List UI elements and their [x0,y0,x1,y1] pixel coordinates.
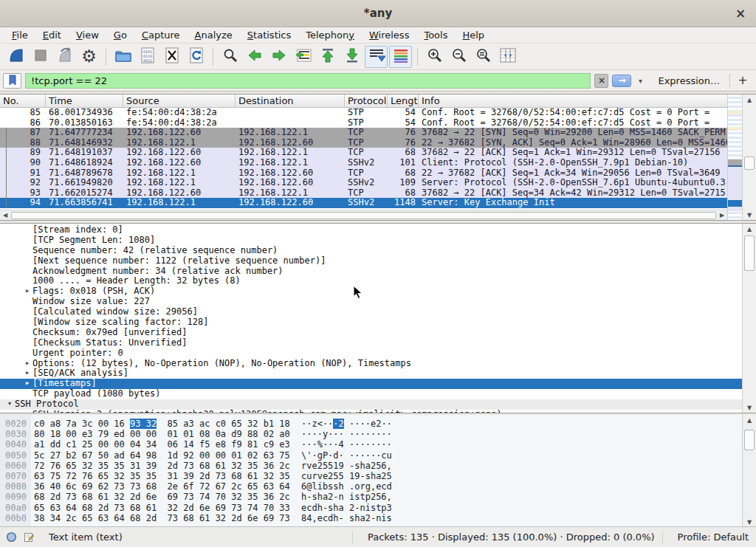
scroll-left-icon[interactable]: ◀ [0,210,10,220]
hex-row[interactable]: 008036 40 6c 69 62 73 73 68 2e 6f 72 67 … [0,481,742,492]
find-packet-button[interactable] [219,46,241,68]
hex-row[interactable]: 00505c 27 b2 67 50 ad 64 98 1d 92 00 00 … [0,450,742,461]
close-file-button[interactable] [160,46,183,68]
detail-line[interactable]: 1000 .... = Header Length: 32 bytes (8) [0,276,742,286]
zoom-reset-button[interactable] [472,46,495,68]
hex-bytes[interactable]: 63 75 72 76 65 32 35 35 31 39 2d 73 68 6… [34,471,301,481]
hscroll-thumb[interactable] [11,212,716,219]
packet-list-hscrollbar[interactable]: ◀ ▶ [0,210,727,220]
packet-list-vscrollbar[interactable]: ▲ ▼ [742,94,756,220]
expander-expanded-icon[interactable]: ▼ [4,399,15,410]
hex-ascii[interactable]: h-sha2-n istp256, [301,492,742,502]
vscroll-thumb[interactable] [744,156,755,170]
detail-line[interactable]: ▼SSH Protocol [0,399,742,410]
hex-ascii[interactable]: ····y··· ········ [301,429,742,439]
packet-row[interactable]: 8568.001734936fe:54:00:d4:38:2aSTP54Conf… [0,108,727,118]
packet-row[interactable]: 9271.661949820192.168.122.1192.168.122.6… [0,178,727,188]
hex-ascii[interactable]: 84,ecdh- sha2-nis [301,513,742,523]
hex-bytes[interactable]: 68 2d 73 68 61 32 2d 6e 69 73 74 70 32 3… [34,492,301,502]
menu-tools[interactable]: Tools [416,28,455,43]
scroll-down-icon[interactable]: ▼ [743,402,756,413]
go-back-button[interactable] [243,46,266,68]
hex-ascii[interactable]: rve25519 -sha256, [301,461,742,471]
expert-info-icon[interactable] [6,531,17,543]
packet-row[interactable]: 9471.663856741192.168.122.1192.168.122.6… [0,198,727,208]
detail-line[interactable]: [Window size scaling factor: 128] [0,317,742,328]
packet-row[interactable]: 8771.647777234192.168.122.60192.168.122.… [0,128,727,138]
add-filter-button[interactable]: + [734,74,752,87]
hex-bytes[interactable]: 5c 27 b2 67 50 ad 64 98 1d 92 00 00 01 0… [34,450,301,461]
menu-wireless[interactable]: Wireless [362,28,416,43]
vscroll-thumb[interactable] [744,235,755,271]
resize-columns-button[interactable] [496,46,519,68]
scroll-right-icon[interactable]: ▶ [717,210,727,220]
auto-scroll-button[interactable] [365,46,388,68]
detail-line[interactable]: Acknowledgment number: 34 (relative ack … [0,266,742,277]
menu-capture[interactable]: Capture [134,28,188,43]
detail-line[interactable]: ▶[Timestamps] [0,379,742,389]
packet-row[interactable]: 9371.662015274192.168.122.60192.168.122.… [0,188,727,199]
menu-edit[interactable]: Edit [35,28,69,43]
packet-row[interactable]: 8670.013850163fe:54:00:d4:38:2aSTP54Conf… [0,118,727,128]
detail-line[interactable]: [TCP Segment Len: 1080] [0,235,742,246]
filter-bookmark-button[interactable] [3,73,21,89]
hex-bytes[interactable]: 38 34 2c 65 63 64 68 2d 73 68 61 32 2d 6… [34,513,301,523]
hex-row[interactable]: 00b038 34 2c 65 63 64 68 2d 73 68 61 32 … [0,513,742,523]
column-header-source[interactable]: Source [123,94,236,107]
menu-file[interactable]: File [4,28,35,43]
hex-bytes[interactable]: 80 18 00 e3 79 ed 00 00 01 01 08 0a d9 8… [34,429,301,439]
expander-collapsed-icon[interactable]: ▶ [22,410,32,413]
hex-ascii[interactable]: ecdh-sha 2-nistp3 [301,503,742,513]
column-header-no[interactable]: No. [0,94,46,107]
detail-line[interactable]: Urgent pointer: 0 [0,348,742,359]
hex-row[interactable]: 00a065 63 64 68 2d 73 68 61 32 2d 6e 69 … [0,503,742,513]
filter-apply-button[interactable]: → [612,75,631,87]
capture-options-button[interactable]: ⚙ [78,46,100,68]
hex-bytes[interactable]: a1 dd c1 25 00 00 04 34 06 14 f5 e8 f9 8… [34,439,301,450]
detail-line[interactable]: ▶SSH Version 2 (encryption:chacha20-poly… [0,410,742,413]
scroll-up-icon[interactable]: ▲ [743,415,756,425]
go-last-button[interactable] [340,46,363,68]
menu-view[interactable]: View [69,28,106,43]
hex-row[interactable]: 0020c0 a8 7a 3c 00 16 93 32 85 a3 ac c0 … [0,419,742,429]
intelligent-scrollbar-minimap[interactable] [727,94,742,220]
close-icon[interactable]: × [732,5,749,21]
hex-row[interactable]: 006072 76 65 32 35 35 31 39 2d 73 68 61 … [0,461,742,471]
detail-line[interactable]: [Checksum Status: Unverified] [0,338,742,348]
expander-collapsed-icon[interactable]: ▶ [22,379,32,389]
go-first-button[interactable] [316,46,339,68]
hex-bytes[interactable]: c0 a8 7a 3c 00 16 93 32 85 a3 ac c0 65 3… [34,419,301,429]
detail-line[interactable]: ▶Flags: 0x018 (PSH, ACK) [0,286,742,297]
expander-collapsed-icon[interactable]: ▶ [22,368,32,379]
zoom-in-button[interactable] [423,46,446,68]
scroll-up-icon[interactable]: ▲ [743,94,756,105]
column-header-time[interactable]: Time [46,94,123,107]
hex-ascii[interactable]: curve255 19-sha25 [301,471,742,481]
column-header-length[interactable]: Length [388,94,419,107]
hex-bytes[interactable]: 72 76 65 32 35 35 31 39 2d 73 68 61 32 3… [34,461,301,471]
menu-analyze[interactable]: Analyze [188,28,240,43]
stop-capture-button[interactable] [29,46,52,68]
reload-file-button[interactable] [185,46,207,68]
scroll-down-icon[interactable]: ▼ [743,517,756,527]
detail-line[interactable]: ▶[SEQ/ACK analysis] [0,368,742,379]
hex-ascii[interactable]: 6@libssh .org,ecd [301,481,742,492]
hex-row[interactable]: 009068 2d 73 68 61 32 2d 6e 69 73 74 70 … [0,492,742,502]
filter-history-dropdown[interactable]: ▾ [635,77,645,85]
hex-row[interactable]: 007063 75 72 76 65 32 35 35 31 39 2d 73 … [0,471,742,481]
hex-ascii[interactable]: ···%···4 ········ [301,439,742,450]
menu-go[interactable]: Go [106,28,134,43]
expander-collapsed-icon[interactable]: ▶ [22,359,32,369]
scroll-up-icon[interactable]: ▲ [743,224,756,234]
packet-row[interactable]: 9071.648618924192.168.122.60192.168.122.… [0,158,727,168]
detail-line[interactable]: Checksum: 0x79ed [unverified] [0,328,742,338]
column-header-destination[interactable]: Destination [236,94,345,107]
packet-row[interactable]: 8971.648191037192.168.122.60192.168.122.… [0,148,727,158]
save-file-button[interactable]: 010101100011 [136,46,159,68]
detail-line[interactable]: [Next sequence number: 1122 (relative se… [0,256,742,266]
menu-telephony[interactable]: Telephony [298,28,362,43]
hex-ascii[interactable]: \'·gP·d· ······cu [301,450,742,461]
restart-capture-button[interactable] [53,46,76,68]
menu-help[interactable]: Help [455,28,492,43]
hex-vscrollbar[interactable]: ▲ ▼ [742,415,756,527]
